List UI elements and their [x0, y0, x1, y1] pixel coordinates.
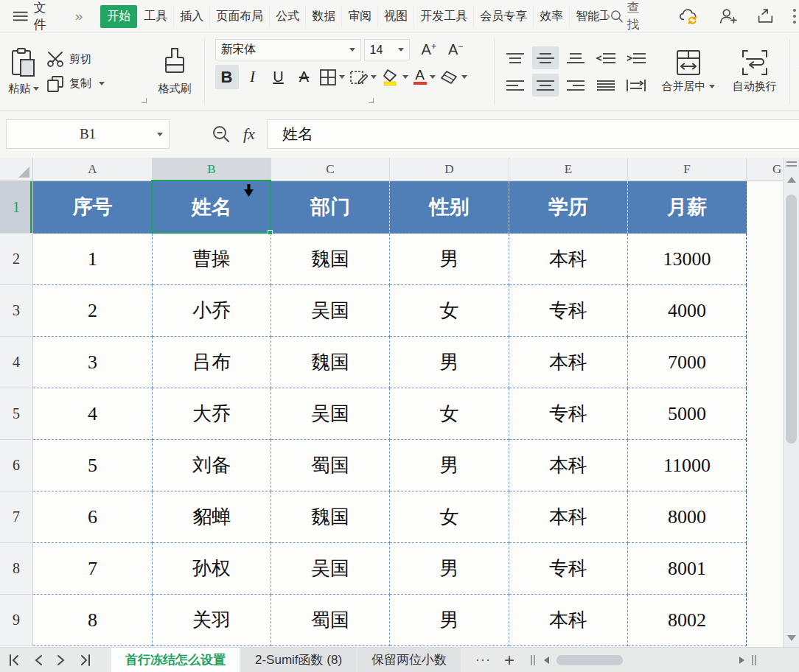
- cell[interactable]: 专科: [509, 543, 628, 595]
- cell[interactable]: 男: [390, 595, 509, 646]
- justify-button[interactable]: [593, 74, 619, 97]
- cut-button[interactable]: 剪切: [47, 52, 148, 67]
- row-header[interactable]: 4: [0, 337, 33, 388]
- clipboard-group-launcher-icon[interactable]: [142, 98, 147, 103]
- cloud-sync-icon[interactable]: [680, 7, 700, 25]
- cell[interactable]: 女: [390, 388, 509, 440]
- cell[interactable]: 7000: [628, 337, 747, 388]
- hscroll-right-icon[interactable]: [739, 657, 744, 664]
- cell[interactable]: 本科: [509, 440, 628, 491]
- column-header-a[interactable]: A: [33, 158, 153, 181]
- formula-input[interactable]: 姓名: [267, 119, 799, 149]
- cell[interactable]: 吴国: [271, 285, 390, 337]
- distribute-button[interactable]: [623, 74, 649, 97]
- tab-review[interactable]: 审阅: [341, 6, 377, 27]
- tab-data[interactable]: 数据: [305, 6, 341, 27]
- cell[interactable]: 魏国: [271, 234, 390, 285]
- align-center-button[interactable]: [532, 74, 559, 97]
- fill-color-button[interactable]: [380, 65, 410, 89]
- tab-view[interactable]: 视图: [377, 6, 414, 27]
- clear-button[interactable]: [439, 65, 469, 89]
- cell[interactable]: 本科: [509, 234, 628, 285]
- cell[interactable]: 5000: [628, 388, 747, 440]
- cell[interactable]: 4: [33, 388, 153, 440]
- align-bottom-button[interactable]: [562, 46, 589, 69]
- font-group-launcher-icon[interactable]: [369, 98, 374, 103]
- sheet-tab[interactable]: 2-Sumif函数 (8): [241, 648, 356, 672]
- cell[interactable]: 11000: [628, 440, 747, 491]
- horizontal-scrollbar-thumb[interactable]: [556, 655, 623, 665]
- merge-center-button[interactable]: 合并居中: [654, 33, 723, 110]
- cell[interactable]: 本科: [509, 337, 628, 388]
- first-sheet-icon[interactable]: [9, 654, 21, 666]
- cell[interactable]: 貂蝉: [153, 491, 271, 543]
- cell[interactable]: 1: [33, 234, 153, 285]
- row-header[interactable]: 2: [0, 234, 33, 285]
- tab-overflow-left-icon[interactable]: »: [75, 8, 83, 24]
- header-cell[interactable]: 部门: [271, 181, 390, 234]
- align-top-button[interactable]: [502, 46, 528, 69]
- decrease-indent-button[interactable]: [593, 46, 619, 69]
- cell[interactable]: 8: [33, 595, 153, 646]
- cell[interactable]: 男: [390, 234, 509, 285]
- tab-insert[interactable]: 插入: [173, 6, 209, 27]
- vertical-scrollbar-thumb[interactable]: [786, 195, 797, 444]
- search-button[interactable]: 查找: [610, 0, 649, 33]
- cell[interactable]: 3: [33, 337, 153, 388]
- wrap-text-button[interactable]: 自动换行: [723, 33, 786, 110]
- tab-home[interactable]: 开始: [100, 5, 137, 28]
- underline-button[interactable]: U: [267, 65, 290, 89]
- bold-button[interactable]: B: [215, 65, 239, 89]
- add-sheet-button[interactable]: +: [504, 653, 514, 668]
- scrollbar-splitter-handle[interactable]: [752, 655, 753, 665]
- header-cell[interactable]: 序号: [33, 181, 153, 234]
- italic-button[interactable]: I: [241, 65, 265, 89]
- cell[interactable]: 8001: [628, 543, 747, 595]
- paste-button[interactable]: 粘贴: [0, 33, 47, 110]
- prev-sheet-icon[interactable]: [33, 654, 43, 666]
- column-header-f[interactable]: F: [628, 158, 747, 181]
- cell[interactable]: 小乔: [153, 285, 271, 337]
- cell[interactable]: 男: [390, 440, 509, 491]
- tab-efficiency[interactable]: 效率: [533, 6, 569, 27]
- more-options-icon[interactable]: [793, 9, 799, 24]
- row-header[interactable]: 5: [0, 388, 33, 440]
- cell[interactable]: 刘备: [153, 440, 271, 491]
- cell[interactable]: 吴国: [271, 543, 390, 595]
- tab-tools[interactable]: 工具: [137, 6, 173, 27]
- align-right-button[interactable]: [562, 74, 589, 97]
- tab-smart-tools[interactable]: 智能工具: [569, 6, 607, 27]
- vertical-scrollbar[interactable]: [783, 158, 799, 647]
- column-header-c[interactable]: C: [271, 158, 390, 181]
- name-box-dropdown-icon[interactable]: [157, 133, 163, 136]
- borders-button[interactable]: [318, 65, 346, 89]
- sheet-tab-active[interactable]: 首行冻结怎么设置: [111, 648, 240, 672]
- cell[interactable]: 5: [33, 440, 153, 491]
- split-handle-icon[interactable]: [786, 161, 797, 169]
- align-left-button[interactable]: [502, 74, 528, 97]
- font-size-select[interactable]: 14: [364, 39, 410, 60]
- cell[interactable]: 本科: [509, 595, 628, 646]
- cell[interactable]: 魏国: [271, 337, 390, 388]
- zoom-out-icon[interactable]: [212, 125, 230, 143]
- file-menu[interactable]: 文件: [34, 0, 56, 33]
- header-cell[interactable]: 月薪: [628, 181, 747, 234]
- increase-indent-button[interactable]: [623, 46, 649, 69]
- paste-dropdown-icon[interactable]: [33, 87, 39, 91]
- increase-font-button[interactable]: A+: [422, 41, 436, 58]
- cell[interactable]: 魏国: [271, 491, 390, 543]
- format-painter-button[interactable]: 格式刷: [148, 33, 200, 110]
- cell[interactable]: 专科: [509, 388, 628, 440]
- tab-membership[interactable]: 会员专享: [473, 6, 533, 27]
- column-header-d[interactable]: D: [390, 158, 509, 181]
- cell[interactable]: 吴国: [271, 388, 390, 440]
- insert-function-button[interactable]: fx: [243, 125, 255, 144]
- scroll-up-icon[interactable]: [787, 177, 796, 183]
- cell[interactable]: 男: [390, 337, 509, 388]
- decrease-font-button[interactable]: A−: [448, 41, 463, 58]
- sheet-list-icon[interactable]: ···: [475, 652, 491, 668]
- cell[interactable]: 女: [390, 285, 509, 337]
- hscroll-left-icon[interactable]: [544, 657, 549, 664]
- cell[interactable]: 8000: [628, 491, 747, 543]
- tab-formulas[interactable]: 公式: [269, 6, 305, 27]
